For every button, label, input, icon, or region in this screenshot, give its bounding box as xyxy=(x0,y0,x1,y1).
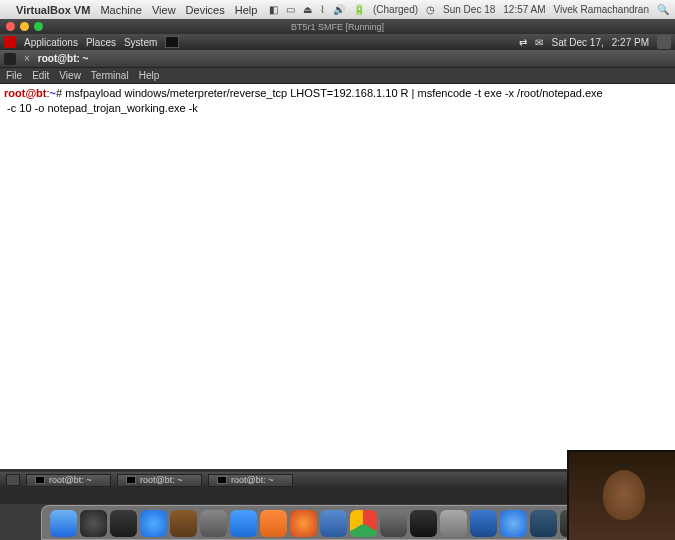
webcam-overlay xyxy=(567,450,675,540)
itunes-icon[interactable] xyxy=(140,510,167,537)
terminal-icon xyxy=(217,476,227,484)
backtrack-icon[interactable] xyxy=(4,36,16,48)
command-line-2: -c 10 -o notepad_trojan_working.exe -k xyxy=(4,102,198,114)
presenter-face xyxy=(603,470,645,520)
taskbar-item-2[interactable]: root@bt: ~ xyxy=(117,474,202,487)
safari-icon[interactable] xyxy=(500,510,527,537)
term-menu-terminal[interactable]: Terminal xyxy=(91,70,129,81)
command-line-1: msfpayload windows/meterpreter/reverse_t… xyxy=(65,87,606,99)
terminal-icon xyxy=(126,476,136,484)
preview-icon[interactable] xyxy=(200,510,227,537)
taskbar-label-1: root@bt: ~ xyxy=(49,475,91,485)
finder-icon[interactable] xyxy=(50,510,77,537)
term-menu-view[interactable]: View xyxy=(59,70,81,81)
terminal-app-icon xyxy=(4,53,16,65)
notification-icon[interactable]: ✉ xyxy=(535,37,543,48)
menubar-date[interactable]: Sun Dec 18 xyxy=(443,4,495,15)
volume-icon[interactable]: 🔊 xyxy=(333,4,345,15)
taskbar-label-2: root@bt: ~ xyxy=(140,475,182,485)
window-controls xyxy=(6,22,43,31)
menubar-user[interactable]: Vivek Ramachandran xyxy=(554,4,649,15)
menu-devices[interactable]: Devices xyxy=(186,4,225,16)
battery-text: (Charged) xyxy=(373,4,418,15)
terminal-tab-label[interactable]: root@bt: ~ xyxy=(38,53,89,64)
gnome-date[interactable]: Sat Dec 17, xyxy=(551,37,603,48)
menu-view[interactable]: View xyxy=(152,4,176,16)
term-menu-file[interactable]: File xyxy=(6,70,22,81)
firefox-icon[interactable] xyxy=(290,510,317,537)
chrome-icon[interactable] xyxy=(350,510,377,537)
taskbar-item-1[interactable]: root@bt: ~ xyxy=(26,474,111,487)
keynote-icon[interactable] xyxy=(170,510,197,537)
desktop-icon[interactable] xyxy=(530,510,557,537)
terminal-icon[interactable] xyxy=(410,510,437,537)
prompt-user: root@bt xyxy=(4,87,47,99)
battery-icon[interactable]: 🔋 xyxy=(353,4,365,15)
term-menu-help[interactable]: Help xyxy=(139,70,160,81)
gnome-top-panel: Applications Places System ⇄ ✉ Sat Dec 1… xyxy=(0,34,675,50)
gnome-terminal-launcher-icon[interactable] xyxy=(165,36,179,48)
vbox-window-titlebar[interactable]: BT5r1 SMFE [Running] xyxy=(0,19,675,34)
mac-menubar: VirtualBox VM Machine View Devices Help … xyxy=(0,0,675,19)
show-desktop-button[interactable] xyxy=(6,474,20,486)
virtualbox-icon[interactable] xyxy=(320,510,347,537)
timemachine-icon[interactable]: ◷ xyxy=(426,4,435,15)
menu-help[interactable]: Help xyxy=(235,4,258,16)
window-zoom-button[interactable] xyxy=(34,22,43,31)
gnome-menu-places[interactable]: Places xyxy=(86,37,116,48)
taskbar-item-3[interactable]: root@bt: ~ xyxy=(208,474,293,487)
backtrack-icon[interactable] xyxy=(380,510,407,537)
word-icon[interactable] xyxy=(230,510,257,537)
dashboard-icon[interactable] xyxy=(80,510,107,537)
network-icon[interactable]: ⇄ xyxy=(519,37,527,48)
terminal-body[interactable]: root@bt:~# msfpayload windows/meterprete… xyxy=(0,84,675,472)
wifi-icon[interactable]: ⌇ xyxy=(320,4,325,15)
terminal-icon xyxy=(35,476,45,484)
gnome-time[interactable]: 2:27 PM xyxy=(612,37,649,48)
taskbar-label-3: root@bt: ~ xyxy=(231,475,273,485)
menu-machine[interactable]: Machine xyxy=(100,4,142,16)
win-vm-icon[interactable] xyxy=(470,510,497,537)
menubar-time[interactable]: 12:57 AM xyxy=(503,4,545,15)
terminal-window-titlebar[interactable]: × root@bt: ~ xyxy=(0,50,675,68)
vm-window-icon[interactable] xyxy=(440,510,467,537)
terminal-menubar: File Edit View Terminal Help xyxy=(0,68,675,84)
eject-icon[interactable]: ⏏ xyxy=(303,4,312,15)
window-minimize-button[interactable] xyxy=(20,22,29,31)
gnome-menu-system[interactable]: System xyxy=(124,37,157,48)
powerpoint-icon[interactable] xyxy=(260,510,287,537)
gnome-menu-applications[interactable]: Applications xyxy=(24,37,78,48)
vbox-window-title: BT5r1 SMFE [Running] xyxy=(291,22,384,32)
dropbox-icon[interactable]: ◧ xyxy=(269,4,278,15)
tab-close-button[interactable]: × xyxy=(20,53,34,64)
window-close-button[interactable] xyxy=(6,22,15,31)
app-name-menu[interactable]: VirtualBox VM xyxy=(16,4,90,16)
appstore-icon[interactable] xyxy=(110,510,137,537)
gnome-user-icon[interactable] xyxy=(657,35,671,49)
display-icon[interactable]: ▭ xyxy=(286,4,295,15)
term-menu-edit[interactable]: Edit xyxy=(32,70,49,81)
spotlight-icon[interactable]: 🔍 xyxy=(657,4,669,15)
dock xyxy=(41,505,634,540)
